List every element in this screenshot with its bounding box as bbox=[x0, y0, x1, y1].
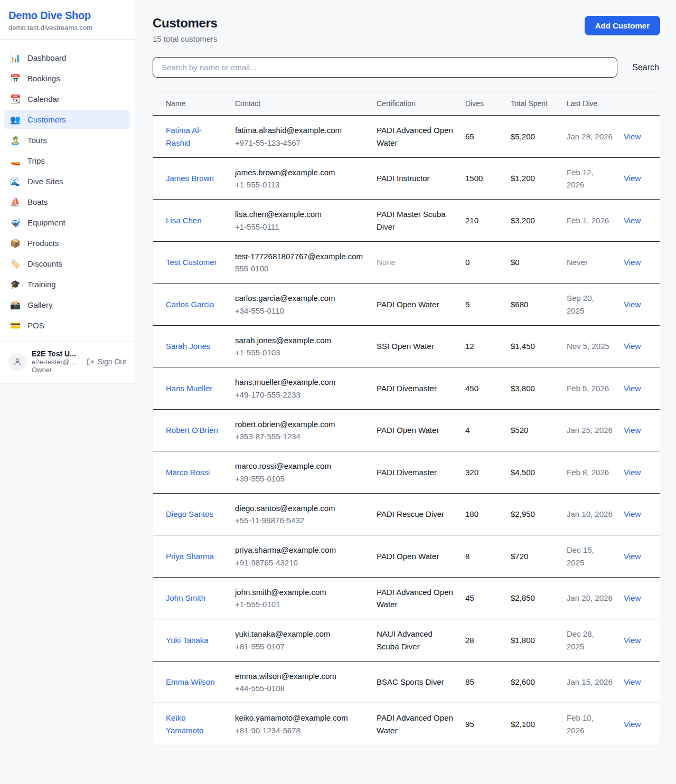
customer-dives: 0 bbox=[460, 241, 505, 284]
customer-certification: PADI Instructor bbox=[371, 157, 460, 200]
customer-total-spent: $1,200 bbox=[505, 157, 561, 200]
customer-name-link[interactable]: Lisa Chen bbox=[166, 216, 202, 225]
view-customer-link[interactable]: View bbox=[624, 677, 641, 686]
tours-icon: 🏝️ bbox=[10, 136, 21, 145]
view-customer-link[interactable]: View bbox=[624, 216, 641, 225]
sidebar-item-dive-sites[interactable]: 🌊Dive Sites bbox=[4, 172, 130, 191]
products-icon: 📦 bbox=[10, 239, 21, 248]
view-customer-link[interactable]: View bbox=[624, 636, 641, 645]
sidebar-item-products[interactable]: 📦Products bbox=[4, 233, 130, 253]
customer-last-dive: Feb 8, 2026 bbox=[561, 451, 618, 494]
shop-name-link[interactable]: Demo Dive Shop bbox=[8, 10, 126, 22]
sidebar-item-bookings[interactable]: 📅Bookings bbox=[4, 69, 130, 88]
search-row: Search bbox=[153, 57, 660, 78]
view-customer-link[interactable]: View bbox=[624, 258, 641, 267]
customer-name-link[interactable]: Keiko Yamamoto bbox=[166, 713, 203, 734]
customer-name-link[interactable]: Diego Santos bbox=[166, 509, 213, 518]
sidebar-item-gallery[interactable]: 📸Gallery bbox=[4, 295, 130, 315]
customer-certification: PADI Advanced Open Water bbox=[371, 577, 460, 619]
sidebar-item-calendar[interactable]: 📆Calendar bbox=[4, 89, 130, 109]
customer-certification: SSI Open Water bbox=[371, 325, 460, 367]
view-customer-link[interactable]: View bbox=[624, 468, 641, 477]
customer-phone: 555-0100 bbox=[235, 262, 366, 275]
customer-name-link[interactable]: Yuki Tanaka bbox=[166, 636, 209, 645]
view-customer-link[interactable]: View bbox=[624, 509, 641, 518]
customer-total-spent: $2,600 bbox=[505, 661, 561, 703]
customer-name-link[interactable]: Test Customer bbox=[166, 258, 217, 267]
customer-phone: +1-555-0113 bbox=[235, 178, 366, 191]
customer-phone: +44-555-0108 bbox=[235, 682, 366, 694]
customer-email: emma.wilson@example.com bbox=[235, 670, 366, 682]
sidebar-item-boats[interactable]: ⛵Boats bbox=[4, 192, 130, 212]
customer-certification: PADI Open Water bbox=[371, 284, 460, 326]
sidebar-item-customers[interactable]: 👥Customers bbox=[4, 110, 130, 129]
view-customer-link[interactable]: View bbox=[624, 342, 641, 351]
page-header: Customers 15 total customers Add Custome… bbox=[153, 16, 660, 43]
customer-name-link[interactable]: John Smith bbox=[166, 593, 205, 602]
sidebar-item-equipment[interactable]: 🤿Equipment bbox=[4, 213, 130, 232]
customer-certification: PADI Divemaster bbox=[371, 367, 460, 410]
sidebar-item-label: Trips bbox=[27, 156, 45, 165]
view-customer-link[interactable]: View bbox=[624, 426, 641, 434]
sidebar-item-label: Training bbox=[27, 280, 56, 289]
customer-email: john.smith@example.com bbox=[235, 586, 366, 598]
customer-phone: +353-87-555-1234 bbox=[235, 430, 366, 442]
sign-out-button[interactable]: Sign Out bbox=[87, 357, 126, 366]
sidebar-item-pos[interactable]: 💳POS bbox=[4, 316, 130, 335]
view-customer-link[interactable]: View bbox=[624, 552, 641, 561]
table-row: Emma Wilsonemma.wilson@example.com+44-55… bbox=[153, 661, 660, 703]
add-customer-button[interactable]: Add Customer bbox=[585, 16, 660, 35]
customer-name-link[interactable]: James Brown bbox=[166, 174, 214, 183]
customer-total-spent: $2,850 bbox=[505, 577, 561, 619]
view-customer-link[interactable]: View bbox=[624, 132, 641, 141]
customer-phone: +55-11-99876-5432 bbox=[235, 514, 366, 526]
table-row: John Smithjohn.smith@example.com+1-555-0… bbox=[153, 577, 660, 619]
customer-phone: +971-55-123-4567 bbox=[235, 137, 366, 149]
customer-name-link[interactable]: Fatima Al-Rashid bbox=[166, 126, 202, 147]
customer-certification: PADI Master Scuba Diver bbox=[371, 200, 460, 242]
equipment-icon: 🤿 bbox=[10, 219, 21, 227]
customer-name-link[interactable]: Marco Rossi bbox=[166, 468, 210, 477]
search-input[interactable] bbox=[153, 57, 617, 78]
view-customer-link[interactable]: View bbox=[624, 300, 641, 309]
customer-name-link[interactable]: Sarah Jones bbox=[166, 342, 210, 351]
user-email: e2e-tester@... bbox=[32, 358, 81, 366]
sidebar-item-label: Gallery bbox=[27, 300, 53, 309]
sidebar-item-label: POS bbox=[27, 321, 44, 330]
sidebar-item-tours[interactable]: 🏝️Tours bbox=[4, 130, 130, 150]
sidebar-item-training[interactable]: 🎓Training bbox=[4, 275, 130, 294]
customer-total-spent: $1,450 bbox=[505, 325, 561, 367]
main-content: Customers 15 total customers Add Custome… bbox=[135, 0, 676, 759]
sidebar-item-discounts[interactable]: 🏷️Discounts bbox=[4, 254, 130, 273]
customer-last-dive: Jan 15, 2026 bbox=[561, 661, 618, 703]
sidebar: Demo Dive Shop demo.test.divestreams.com… bbox=[0, 0, 135, 384]
customer-total-spent: $720 bbox=[505, 535, 561, 578]
customer-name-link[interactable]: Hans Mueller bbox=[166, 384, 212, 393]
sidebar-item-trips[interactable]: 🚤Trips bbox=[4, 151, 130, 171]
customer-total-spent: $4,500 bbox=[505, 451, 561, 494]
customer-email: diego.santos@example.com bbox=[235, 502, 366, 514]
sidebar-header: Demo Dive Shop demo.test.divestreams.com bbox=[0, 0, 135, 40]
column-header-dives: Dives bbox=[460, 92, 505, 116]
table-row: Yuki Tanakayuki.tanaka@example.com+81-55… bbox=[153, 619, 660, 662]
table-row: Priya Sharmapriya.sharma@example.com+91-… bbox=[153, 535, 660, 578]
search-button[interactable]: Search bbox=[631, 60, 660, 75]
view-customer-link[interactable]: View bbox=[624, 384, 641, 393]
table-row: Fatima Al-Rashidfatima.alrashid@example.… bbox=[153, 116, 660, 158]
customer-name-link[interactable]: Emma Wilson bbox=[166, 677, 215, 686]
sidebar-item-dashboard[interactable]: 📊Dashboard bbox=[4, 48, 130, 68]
customer-total-spent: $5,200 bbox=[505, 116, 561, 158]
customer-name-link[interactable]: Carlos Garcia bbox=[166, 300, 214, 309]
column-header-name: Name bbox=[153, 92, 230, 116]
customer-last-dive: Jan 20, 2026 bbox=[561, 577, 618, 619]
customer-email: robert.obrien@example.com bbox=[235, 418, 366, 430]
sidebar-item-label: Dive Sites bbox=[27, 177, 63, 186]
customer-name-link[interactable]: Priya Sharma bbox=[166, 552, 214, 561]
view-customer-link[interactable]: View bbox=[624, 593, 641, 602]
training-icon: 🎓 bbox=[10, 280, 21, 289]
customer-phone: +1-555-0101 bbox=[235, 598, 366, 610]
view-customer-link[interactable]: View bbox=[624, 720, 641, 729]
customer-name-link[interactable]: Robert O'Brien bbox=[166, 426, 218, 434]
view-customer-link[interactable]: View bbox=[624, 174, 641, 183]
column-header-last-dive: Last Dive bbox=[561, 92, 618, 116]
